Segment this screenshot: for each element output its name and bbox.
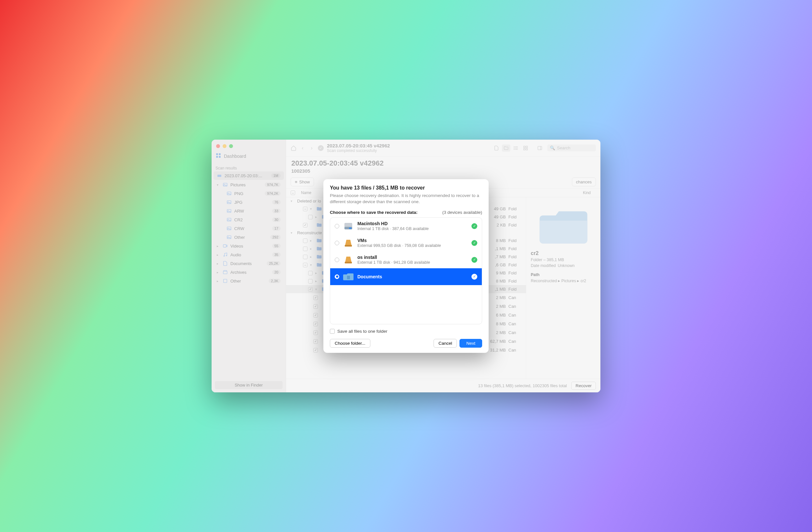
internal-drive-icon [343, 221, 353, 231]
destination-name: Macintosh HD [358, 221, 467, 226]
external-drive-icon [343, 255, 353, 265]
app-window: Dashboard Scan results 2023.07.05-20:03:… [212, 140, 600, 392]
destination-detail: Internal 1 TB disk · 387,64 GB available [358, 227, 467, 231]
destination-documents[interactable]: Documents✓ [330, 268, 482, 285]
svg-rect-39 [345, 245, 352, 247]
svg-rect-40 [345, 262, 352, 263]
destination-os-install[interactable]: os installExternal 1 TB disk · 941,28 GB… [330, 251, 482, 268]
check-icon: ✓ [472, 240, 477, 246]
destination-name: VMs [358, 238, 467, 243]
external-drive-icon [343, 238, 353, 248]
check-icon: ✓ [472, 223, 477, 229]
radio-icon [335, 241, 339, 245]
modal-description: Please choose recovery destination. It i… [330, 193, 482, 204]
check-icon: ✓ [472, 274, 477, 279]
modal-devices-available: (3 devices available) [442, 210, 482, 215]
checkbox-icon [330, 329, 335, 334]
destination-macintosh-hd[interactable]: Macintosh HDInternal 1 TB disk · 387,64 … [330, 218, 482, 234]
check-icon: ✓ [472, 257, 477, 263]
modal-choose-label: Choose where to save the recovered data: [330, 210, 418, 215]
folder-drive-icon [343, 272, 353, 282]
modal-backdrop[interactable]: You have 13 files / 385,1 MB to recover … [212, 140, 600, 392]
destination-vms[interactable]: VMsExternal 999,53 GB disk · 759,08 GB a… [330, 234, 482, 251]
save-all-checkbox[interactable]: Save all files to one folder [330, 329, 482, 334]
radio-icon [335, 258, 339, 262]
svg-rect-41 [347, 276, 350, 279]
destination-name: os install [358, 255, 467, 260]
next-button[interactable]: Next [460, 339, 482, 348]
destination-detail: External 999,53 GB disk · 759,08 GB avai… [358, 243, 467, 248]
save-all-label: Save all files to one folder [337, 329, 388, 334]
choose-folder-button[interactable]: Choose folder... [330, 339, 371, 348]
modal-title: You have 13 files / 385,1 MB to recover [330, 185, 482, 191]
destination-list: Macintosh HDInternal 1 TB disk · 387,64 … [330, 217, 482, 324]
recovery-destination-dialog: You have 13 files / 385,1 MB to recover … [323, 179, 489, 353]
cancel-button[interactable]: Cancel [434, 339, 457, 348]
svg-rect-38 [349, 228, 351, 229]
radio-icon [335, 224, 339, 228]
destination-detail: External 1 TB disk · 941,28 GB available [358, 260, 467, 265]
radio-icon [335, 274, 339, 279]
destination-name: Documents [358, 274, 467, 279]
